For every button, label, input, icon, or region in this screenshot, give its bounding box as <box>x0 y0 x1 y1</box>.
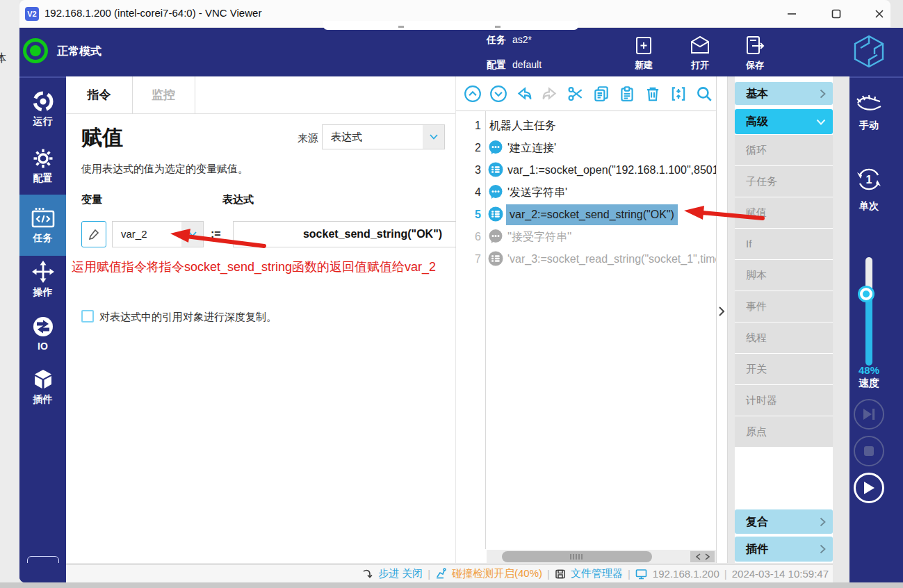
step-button[interactable] <box>854 399 884 430</box>
cut-icon[interactable] <box>566 84 585 103</box>
open-task-button[interactable]: 打开 <box>678 33 722 72</box>
sidebar-item-operate[interactable]: 操作 <box>19 260 66 299</box>
variable-select[interactable]: var_2 <box>112 221 204 247</box>
cube-icon <box>32 368 54 391</box>
tree-line[interactable]: 6 ''接受字符串'' <box>456 227 716 247</box>
palette-item-assign[interactable]: 赋值 <box>735 197 833 228</box>
move-arrows-icon <box>31 260 55 284</box>
new-task-button[interactable]: 新建 <box>621 33 666 72</box>
code-window-icon <box>31 207 56 229</box>
variable-column-label: 变量 <box>81 193 102 206</box>
new-file-icon <box>632 33 656 57</box>
palette-category-advanced[interactable]: 高级 <box>735 109 833 134</box>
open-task-label: 打开 <box>678 59 722 72</box>
tree-line-selected[interactable]: 5 var_2:=socket_send_string("OK") <box>456 204 716 225</box>
io-icon <box>32 316 54 338</box>
program-tree-panel: 1 机器人主任务 2 '建立连接' 3 var_1:=socket_open("… <box>456 76 716 563</box>
palette-category-basic[interactable]: 基本 <box>735 82 833 105</box>
palette-item-loop[interactable]: 循环 <box>735 135 833 165</box>
tree-line[interactable]: 1 机器人主任务 <box>456 115 716 136</box>
palette-category-composite[interactable]: 复合 <box>735 509 833 534</box>
tree-line[interactable]: 7 'var_3:=socket_read_string("socket_1",… <box>456 249 716 270</box>
stop-button[interactable] <box>854 436 884 466</box>
sidebar-item-io[interactable]: IO <box>19 316 66 352</box>
speed-label: 速度 <box>849 377 888 390</box>
chevron-right-icon <box>820 537 826 562</box>
tree-line[interactable]: 4 '发送字符串' <box>456 182 716 203</box>
save-task-button[interactable]: 保存 <box>733 33 777 72</box>
assign-icon <box>488 206 503 222</box>
play-button[interactable] <box>854 473 884 503</box>
separator: | <box>428 568 430 580</box>
speed-slider-track-lower[interactable] <box>865 295 872 366</box>
separator: | <box>724 568 727 580</box>
paste-icon[interactable] <box>617 84 636 103</box>
palette-item-subtask[interactable]: 子任务 <box>735 166 833 197</box>
sidebar-item-run[interactable]: 运行 <box>19 90 66 128</box>
vnc-logo-icon: V2 <box>25 7 39 21</box>
palette-item-origin[interactable]: 原点 <box>735 416 833 447</box>
edit-variable-button[interactable] <box>81 221 106 247</box>
chevron-right-icon <box>820 509 826 534</box>
chevron-right-icon <box>820 82 826 105</box>
maximize-button[interactable] <box>826 6 847 22</box>
mode-indicator-dot <box>30 45 41 56</box>
search-icon[interactable] <box>694 84 713 103</box>
close-button[interactable] <box>869 6 890 22</box>
notch-tick <box>398 26 404 28</box>
single-run-icon[interactable]: 1 <box>854 164 884 195</box>
left-nav-footer <box>19 563 66 582</box>
sidebar-item-label: 插件 <box>19 393 66 406</box>
manual-hand-icon[interactable] <box>854 93 884 118</box>
redo-icon[interactable] <box>540 84 559 103</box>
tab-monitor[interactable]: 监控 <box>132 76 195 114</box>
vnc-toolbar-notch[interactable] <box>323 21 578 30</box>
source-label: 来源 <box>298 132 318 145</box>
status-datetime: 2024-03-14 10:59:47 <box>732 568 829 580</box>
tree-line[interactable]: 3 var_1:=socket_open("192.168.1.100",850… <box>456 160 716 181</box>
deep-copy-checkbox[interactable] <box>81 310 94 322</box>
chevron-down-icon <box>423 125 444 149</box>
step-status[interactable]: 步进 关闭 <box>378 567 423 580</box>
step-icon <box>862 408 876 420</box>
play-icon <box>863 481 875 495</box>
move-up-icon[interactable] <box>463 84 482 103</box>
step-status-icon <box>362 569 373 580</box>
palette-item-thread[interactable]: 线程 <box>735 322 833 353</box>
pencil-icon <box>88 228 100 240</box>
collapse-chevron-icon[interactable] <box>718 306 725 317</box>
copy-icon[interactable] <box>592 84 610 103</box>
undo-icon[interactable] <box>514 84 533 103</box>
sidebar-item-label: 操作 <box>19 286 66 299</box>
fold-icon[interactable] <box>669 84 688 103</box>
source-select[interactable]: 表达式 <box>322 124 445 149</box>
sidebar-item-task[interactable]: 任务 <box>19 207 66 245</box>
palette-item-switch[interactable]: 开关 <box>735 354 833 384</box>
panel-collapse-strip[interactable] <box>716 76 728 563</box>
tree-line[interactable]: 2 '建立连接' <box>456 138 716 158</box>
delete-icon[interactable] <box>643 84 662 103</box>
palette-item-event[interactable]: 事件 <box>735 291 833 322</box>
mode-label: 正常模式 <box>57 44 101 59</box>
speed-slider-thumb[interactable] <box>860 288 872 300</box>
minimize-button[interactable] <box>781 6 802 22</box>
sidebar-item-config[interactable]: 配置 <box>19 147 66 185</box>
background-window-text: 体 <box>0 50 6 66</box>
maximize-icon <box>831 9 841 19</box>
run-icon <box>32 90 54 113</box>
config-label: 配置 <box>487 59 506 72</box>
sidebar-item-plugin[interactable]: 插件 <box>19 368 66 406</box>
expression-column-label: 表达式 <box>222 193 254 206</box>
collision-status[interactable]: 碰撞检测开启(40%) <box>452 567 542 580</box>
palette-item-if[interactable]: If <box>735 229 833 259</box>
palette-item-timer[interactable]: 计时器 <box>735 385 833 416</box>
palette-item-script[interactable]: 脚本 <box>735 260 833 291</box>
move-down-icon[interactable] <box>489 84 507 103</box>
tab-instruction[interactable]: 指令 <box>66 76 132 114</box>
assign-icon <box>488 162 503 177</box>
scrollbar-arrow-buttons[interactable] <box>690 551 715 562</box>
palette-category-plugin[interactable]: 插件 <box>735 537 833 562</box>
connection-ip: 192.168.1.200 <box>653 568 719 580</box>
file-manager-link[interactable]: 文件管理器 <box>571 567 623 580</box>
source-value: 表达式 <box>331 125 362 149</box>
